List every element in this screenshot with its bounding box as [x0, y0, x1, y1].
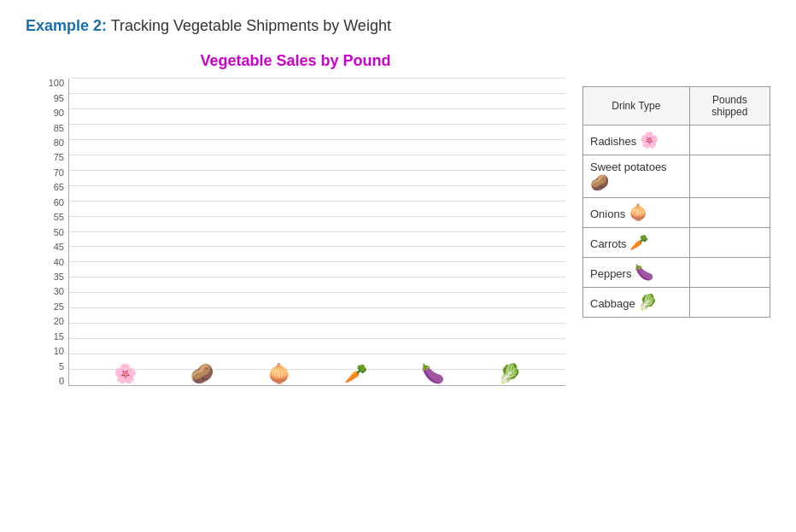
- veg-name-cell: Onions 🧅: [583, 198, 690, 228]
- cabbage-icon: 🥬: [498, 363, 521, 385]
- y-label: 75: [26, 153, 68, 162]
- bar-group: 🍆: [395, 359, 471, 385]
- pounds-cell: [689, 288, 770, 318]
- carrot-icon: 🥕: [344, 363, 367, 385]
- veg-name-cell: Peppers 🍆: [583, 258, 690, 288]
- veg-label: Radishes: [590, 135, 636, 148]
- table-row: Peppers 🍆: [583, 258, 770, 288]
- y-label: 65: [26, 183, 68, 192]
- bar-group: 🥔: [163, 359, 240, 385]
- veg-name-cell: Radishes 🌸: [583, 126, 690, 155]
- y-label: 55: [26, 213, 68, 222]
- veg-label: Cabbage: [590, 297, 635, 310]
- bar-group: 🧅: [240, 359, 317, 385]
- title-rest: Tracking Vegetable Shipments by Weight: [107, 17, 391, 34]
- bars-area: 🌸🥔🧅🥕🍆🥬: [69, 79, 565, 385]
- y-label: 30: [26, 287, 68, 296]
- pounds-cell: [689, 126, 770, 155]
- bar-group: 🥬: [471, 359, 548, 385]
- table-row: Cabbage 🥬: [583, 288, 770, 318]
- pepper-icon: 🍆: [421, 363, 444, 385]
- y-label: 40: [26, 258, 68, 267]
- y-label: 20: [26, 317, 68, 326]
- table-row: Onions 🧅: [583, 198, 770, 228]
- y-label: 85: [26, 124, 68, 133]
- y-label: 70: [26, 168, 68, 178]
- table-row: Carrots 🥕: [583, 228, 770, 258]
- chart-container: Vegetable Sales by Pound 051015202530354…: [26, 52, 565, 437]
- y-label: 80: [26, 138, 68, 148]
- sweet-potato-icon: 🥔: [190, 363, 214, 385]
- vegetable-table: Drink Type Pounds shipped Radishes 🌸Swee…: [582, 86, 770, 318]
- veg-name-cell: Sweet potatoes 🥔: [583, 155, 690, 198]
- col-header-type: Drink Type: [583, 87, 690, 126]
- chart-title: Vegetable Sales by Pound: [26, 52, 565, 70]
- title-bold: Example 2:: [26, 17, 107, 34]
- table-row: Radishes 🌸: [583, 126, 770, 155]
- y-label: 10: [26, 347, 68, 356]
- table-container: Drink Type Pounds shipped Radishes 🌸Swee…: [582, 86, 770, 318]
- y-label: 15: [26, 332, 68, 342]
- radish-icon: 🌸: [114, 363, 137, 385]
- veg-label: Peppers: [590, 267, 631, 280]
- y-label: 90: [26, 108, 68, 118]
- bar-group: 🌸: [86, 359, 163, 385]
- bar-group: 🥕: [318, 359, 395, 385]
- veg-emoji: 🥬: [638, 294, 657, 311]
- col-header-pounds: Pounds shipped: [689, 87, 770, 126]
- page-title: Example 2: Tracking Vegetable Shipments …: [26, 17, 770, 35]
- pounds-cell: [689, 228, 770, 258]
- y-label: 25: [26, 302, 68, 312]
- veg-emoji: 🌸: [640, 132, 658, 149]
- y-label: 60: [26, 198, 68, 208]
- content-area: Vegetable Sales by Pound 051015202530354…: [26, 52, 770, 437]
- y-label: 45: [26, 243, 68, 252]
- veg-emoji: 🧅: [629, 204, 647, 221]
- veg-label: Carrots: [590, 237, 627, 250]
- y-label: 5: [26, 362, 68, 371]
- veg-emoji: 🥔: [590, 174, 609, 191]
- veg-emoji: 🥕: [629, 234, 648, 251]
- y-axis: 0510152025303540455055606570758085909510…: [26, 79, 68, 386]
- onion-icon: 🧅: [267, 363, 290, 385]
- y-label: 35: [26, 272, 68, 282]
- y-label: 100: [26, 79, 68, 88]
- pounds-cell: [689, 198, 770, 228]
- y-label: 50: [26, 228, 68, 237]
- veg-label: Sweet potatoes: [590, 161, 667, 173]
- veg-name-cell: Carrots 🥕: [583, 228, 690, 258]
- y-label: 95: [26, 94, 68, 103]
- y-label: 0: [26, 377, 68, 386]
- pounds-cell: [689, 155, 770, 198]
- veg-name-cell: Cabbage 🥬: [583, 288, 690, 318]
- chart-wrapper: 0510152025303540455055606570758085909510…: [26, 79, 565, 437]
- veg-label: Onions: [590, 208, 625, 220]
- table-row: Sweet potatoes 🥔: [583, 155, 770, 198]
- pounds-cell: [689, 258, 770, 288]
- veg-emoji: 🍆: [635, 264, 653, 281]
- chart-plot: 🌸🥔🧅🥕🍆🥬: [68, 79, 565, 386]
